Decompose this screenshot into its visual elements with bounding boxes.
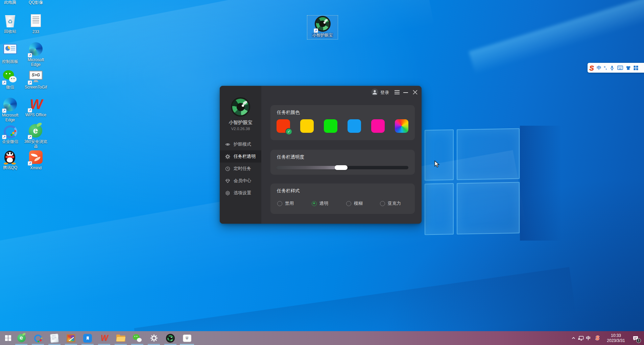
desktop-icon-screentogif[interactable]: S>G ScreenToGif [23,70,49,90]
notepad-icon [50,334,59,343]
gear-icon [225,190,231,196]
sidebar-item-taskbar-transparency[interactable]: 任务栏透明 [220,150,261,163]
login-button[interactable]: 登录 [380,90,389,96]
shortcut-arrow-icon [28,135,32,139]
taskbar-style-title: 任务栏样式 [277,188,300,194]
window-sidebar: 小智护眼宝 V2.0.26.38 护眼模式 任务栏透明 定时任务 [220,86,261,224]
desktop-icon-recycle-bin[interactable]: 回收站 [0,14,23,34]
desktop-icon-wps[interactable]: W WPS Office [23,97,49,117]
taskbar-icon-notepad[interactable] [47,331,62,345]
taskbar-icon-doc-app[interactable] [80,331,95,345]
color-swatch-yellow[interactable] [300,119,314,133]
taskbar-icon-image-viewer[interactable] [64,331,78,345]
app-name: 小智护眼宝 [220,120,261,126]
desktop-icon-control-panel[interactable]: 控制面板 [0,42,23,64]
style-option-acrylic[interactable]: 亚克力 [380,200,401,206]
eyecare-app-icon [166,334,175,343]
taskbar-color-card: 任务栏颜色 ✓ [270,105,415,140]
desktop-icon-edge-1[interactable]: Microsoft Edge [0,97,23,122]
360-browser-icon: e [17,334,26,342]
color-swatch-blue[interactable] [348,119,361,133]
taskbar-icon-wechat[interactable] [130,331,145,345]
sogou-logo[interactable]: S [589,64,594,72]
desktop-icon-label-qq-image[interactable]: QQ影像 [23,0,49,5]
transparency-slider[interactable] [276,166,408,169]
eyecare-settings-window: 小智护眼宝 V2.0.26.38 护眼模式 任务栏透明 定时任务 [220,86,422,224]
desktop-icon-edge-2[interactable]: Microsoft Edge [23,42,49,67]
desktop-icon-233-doc[interactable]: 233 [23,14,49,34]
sidebar-item-scheduled-tasks[interactable]: 定时任务 [220,163,261,175]
sidebar-item-eye-mode[interactable]: 护眼模式 [220,138,261,150]
taskbar-icon-file-explorer[interactable] [113,331,128,345]
style-option-transparent[interactable]: 透明 [312,200,328,206]
tray-show-hidden-icons[interactable] [570,331,577,345]
style-option-blur[interactable]: 模糊 [346,200,363,206]
recycle-bin-icon [4,14,16,27]
running-indicator [148,344,160,345]
tray-network-icon[interactable] [577,331,585,345]
radio-icon[interactable] [346,201,351,206]
tray-sogou-icon[interactable]: S [593,331,601,345]
running-indicator [32,344,44,345]
shortcut-arrow-icon [28,161,32,166]
desktop-icon-wechat[interactable]: 微信 [0,70,23,90]
desktop-icon-qq[interactable]: 腾讯QQ [0,150,23,170]
color-swatch-green[interactable] [324,119,337,133]
taskbar-icon-360-browser[interactable]: e [14,331,29,345]
toolbox-icon[interactable] [634,66,638,70]
user-avatar-icon[interactable] [371,89,378,96]
windows-logo-icon [5,335,11,341]
tray-clock[interactable]: 10:33 2023/3/31 [604,331,628,345]
color-swatch-red[interactable]: ✓ [277,119,290,133]
taskbar-icon-wps[interactable]: W [97,331,112,345]
start-button[interactable] [1,331,16,345]
app-version: V2.0.26.38 [220,127,261,131]
control-panel-icon [3,44,17,54]
color-swatch-rainbow[interactable] [395,119,408,133]
keyboard-icon[interactable] [617,66,623,70]
image-viewer-icon [67,334,75,342]
radio-icon-selected[interactable] [312,201,317,206]
wallpaper-pane [457,128,520,180]
taskbar-icon-eyecare-app[interactable] [163,331,178,345]
shortcut-arrow-icon [2,80,6,85]
radio-icon[interactable] [277,201,282,206]
microphone-icon[interactable] [610,65,615,70]
close-icon[interactable] [412,90,418,95]
punctuation-label[interactable]: °, [604,65,607,70]
tray-notification-center[interactable]: 1 [629,331,642,345]
skin-icon[interactable] [626,66,631,70]
shortcut-arrow-icon [2,108,6,113]
taskbar-icon-q-browser[interactable] [30,331,45,345]
minimize-icon[interactable] [403,92,408,93]
taskbar-icon-eyecare-window[interactable]: U [180,331,194,345]
document-icon [31,14,41,27]
desktop-icon-wecom[interactable]: 企业微信 [0,124,23,144]
gem-icon [225,178,231,184]
color-swatch-magenta[interactable] [371,119,385,133]
windows-wallpaper-logo [425,128,520,236]
wechat-icon [133,334,142,342]
transparency-slider-fill [276,166,341,169]
running-indicator [15,344,27,345]
desktop-icon-360-browser[interactable]: e 360安全浏览器 [23,124,49,149]
desktop-icon-eyecare-app-selected[interactable]: 小智护眼宝 [307,15,338,40]
sidebar-item-options[interactable]: 选项设置 [220,187,261,199]
wallpaper-pane [425,183,454,235]
style-option-disable[interactable]: 禁用 [277,200,294,206]
sidebar-item-member-center[interactable]: 会员中心 [220,175,261,187]
doc-app-icon [83,334,92,343]
shortcut-arrow-icon [28,108,32,113]
taskbar-icon-settings[interactable] [146,331,161,345]
taskbar: e W [0,331,644,345]
menu-icon[interactable] [395,90,400,95]
chinese-mode-label[interactable]: 中 [597,65,601,71]
desktop-icon-label-this-pc[interactable]: 此电脑 [0,0,23,5]
taskbar-transparency-title: 任务栏透明度 [277,154,304,160]
radio-icon[interactable] [380,201,385,206]
desktop-icon-xmind[interactable]: Xmind [23,150,49,170]
tray-input-mode[interactable]: 中 [585,331,592,345]
running-indicator [81,344,94,345]
transparency-slider-thumb[interactable] [335,165,348,170]
file-explorer-icon [116,335,125,342]
